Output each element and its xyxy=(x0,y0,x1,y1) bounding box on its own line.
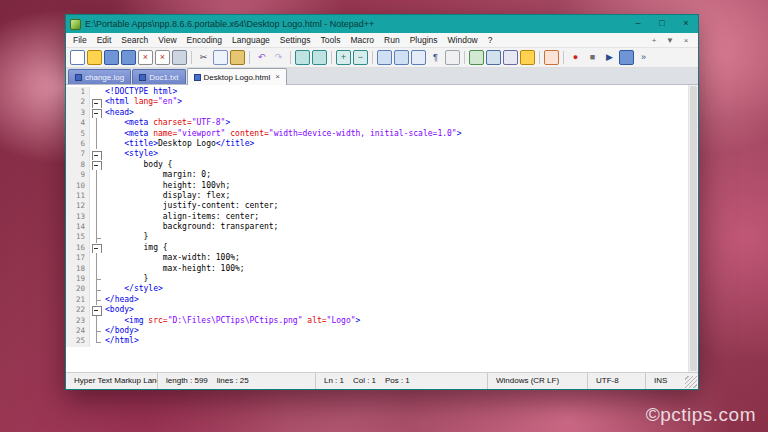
run-macro-multiple-times-icon[interactable]: » xyxy=(636,50,651,65)
code-line[interactable]: 2<html lang="en"> xyxy=(66,97,688,107)
menu-view[interactable]: View xyxy=(153,33,181,47)
editor[interactable]: 1<!DOCTYPE html>2<html lang="en">3<head>… xyxy=(66,85,698,372)
code-line[interactable]: 4 <meta charset="UTF-8"> xyxy=(66,118,688,128)
word-wrap-icon[interactable] xyxy=(411,50,426,65)
code-line[interactable]: 5 <meta name="viewport" content="width=d… xyxy=(66,129,688,139)
tab-close-icon[interactable]: × xyxy=(275,73,280,81)
paste-icon[interactable] xyxy=(230,50,245,65)
minimize-button[interactable]: – xyxy=(626,15,650,33)
code-line[interactable]: 18 max-height: 100%; xyxy=(66,264,688,274)
fold-collapse-icon[interactable] xyxy=(90,160,103,170)
menu-settings[interactable]: Settings xyxy=(275,33,316,47)
document-map-icon[interactable] xyxy=(486,50,501,65)
code-line[interactable]: 9 margin: 0; xyxy=(66,170,688,180)
save-recorded-macro-icon[interactable] xyxy=(619,50,634,65)
menu-edit[interactable]: Edit xyxy=(92,33,117,47)
document-list-icon[interactable] xyxy=(503,50,518,65)
save-icon[interactable] xyxy=(104,50,119,65)
title-bar[interactable]: E:\Portable Apps\npp.8.6.6.portable.x64\… xyxy=(66,15,698,33)
folder-as-workspace-icon[interactable] xyxy=(520,50,535,65)
stop-recording-icon[interactable]: ■ xyxy=(585,50,600,65)
tab-doc1-txt[interactable]: Doc1.txt xyxy=(132,69,185,84)
tab-change-log[interactable]: change.log xyxy=(68,69,131,84)
code-line[interactable]: 19 } xyxy=(66,274,688,284)
monitoring-icon[interactable] xyxy=(544,50,559,65)
code-line[interactable]: 11 display: flex; xyxy=(66,191,688,201)
sync-vertical-scroll-icon[interactable] xyxy=(377,50,392,65)
menu-plugins[interactable]: Plugins xyxy=(405,33,443,47)
save-all-icon[interactable] xyxy=(121,50,136,65)
menu-help[interactable]: ? xyxy=(483,33,498,47)
menu-macro[interactable]: Macro xyxy=(345,33,379,47)
line-number: 3 xyxy=(66,108,90,118)
menu-run[interactable]: Run xyxy=(379,33,405,47)
fold-collapse-icon[interactable] xyxy=(90,149,103,159)
resize-grip[interactable] xyxy=(685,376,697,388)
fold-collapse-icon[interactable] xyxy=(90,97,103,107)
redo-icon[interactable]: ↷ xyxy=(271,50,286,65)
vertical-scrollbar[interactable] xyxy=(688,85,698,372)
code-line[interactable]: 8 body { xyxy=(66,160,688,170)
code-line[interactable]: 17 max-width: 100%; xyxy=(66,253,688,263)
code-line[interactable]: 1<!DOCTYPE html> xyxy=(66,87,688,97)
record-macro-icon[interactable]: ● xyxy=(568,50,583,65)
code-line[interactable]: 14 background: transparent; xyxy=(66,222,688,232)
menu-encoding[interactable]: Encoding xyxy=(182,33,227,47)
print-icon[interactable] xyxy=(172,50,187,65)
menu-tools[interactable]: Tools xyxy=(316,33,346,47)
fold-margin xyxy=(90,118,103,128)
undo-icon[interactable]: ↶ xyxy=(254,50,269,65)
status-eol-format[interactable]: Windows (CR LF) xyxy=(487,373,587,389)
copy-icon[interactable] xyxy=(213,50,228,65)
function-list-icon[interactable] xyxy=(469,50,484,65)
code-line[interactable]: 6 <title>Desktop Logo</title> xyxy=(66,139,688,149)
code-line[interactable]: 7 <style> xyxy=(66,149,688,159)
close-all-documents-icon[interactable]: × xyxy=(155,50,170,65)
replace-icon[interactable] xyxy=(312,50,327,65)
fold-margin xyxy=(90,316,103,326)
maximize-button[interactable]: □ xyxy=(650,15,674,33)
code-line[interactable]: 23 <img src="D:\Files\PCTips\PCtips.png"… xyxy=(66,316,688,326)
find-icon[interactable] xyxy=(295,50,310,65)
code-line[interactable]: 13 align-items: center; xyxy=(66,212,688,222)
menu-language[interactable]: Language xyxy=(227,33,275,47)
cut-icon[interactable]: ✂ xyxy=(196,50,211,65)
playback-macro-icon[interactable]: ▶ xyxy=(602,50,617,65)
line-number: 18 xyxy=(66,264,90,274)
code-line[interactable]: 3<head> xyxy=(66,108,688,118)
menu-window[interactable]: Window xyxy=(443,33,483,47)
show-all-characters-icon[interactable]: ¶ xyxy=(428,50,443,65)
code-text: <html lang="en"> xyxy=(103,97,688,107)
fold-collapse-icon[interactable] xyxy=(90,108,103,118)
tab-list-chevron-icon[interactable]: ▼ xyxy=(663,34,677,47)
code-line[interactable]: 10 height: 100vh; xyxy=(66,181,688,191)
tab-desktop-logo-html[interactable]: Desktop Logo.html× xyxy=(187,68,287,85)
fold-margin xyxy=(90,191,103,201)
menu-search[interactable]: Search xyxy=(116,33,153,47)
code-line[interactable]: 20 </style> xyxy=(66,284,688,294)
code-line[interactable]: 21</head> xyxy=(66,295,688,305)
status-encoding[interactable]: UTF-8 xyxy=(587,373,645,389)
new-tab-plus-icon[interactable]: + xyxy=(647,34,661,47)
toolbar-separator xyxy=(249,51,250,64)
code-line[interactable]: 15 } xyxy=(66,232,688,242)
indent-guide-icon[interactable] xyxy=(445,50,460,65)
code-line[interactable]: 16 img { xyxy=(66,243,688,253)
code-line[interactable]: 25</html> xyxy=(66,336,688,346)
sync-horizontal-scroll-icon[interactable] xyxy=(394,50,409,65)
fold-collapse-icon[interactable] xyxy=(90,305,103,315)
zoom-out-icon[interactable]: − xyxy=(353,50,368,65)
close-button[interactable]: × xyxy=(674,15,698,33)
open-folder-icon[interactable] xyxy=(87,50,102,65)
status-insert-mode[interactable]: INS xyxy=(645,373,685,389)
scrollbar-thumb[interactable] xyxy=(690,86,697,371)
close-document-icon[interactable]: × xyxy=(138,50,153,65)
fold-collapse-icon[interactable] xyxy=(90,243,103,253)
menu-file[interactable]: File xyxy=(68,33,92,47)
code-line[interactable]: 12 justify-content: center; xyxy=(66,201,688,211)
zoom-in-icon[interactable]: + xyxy=(336,50,351,65)
close-tab-icon[interactable]: × xyxy=(679,34,693,47)
new-file-icon[interactable] xyxy=(70,50,85,65)
code-line[interactable]: 22<body> xyxy=(66,305,688,315)
code-line[interactable]: 24</body> xyxy=(66,326,688,336)
